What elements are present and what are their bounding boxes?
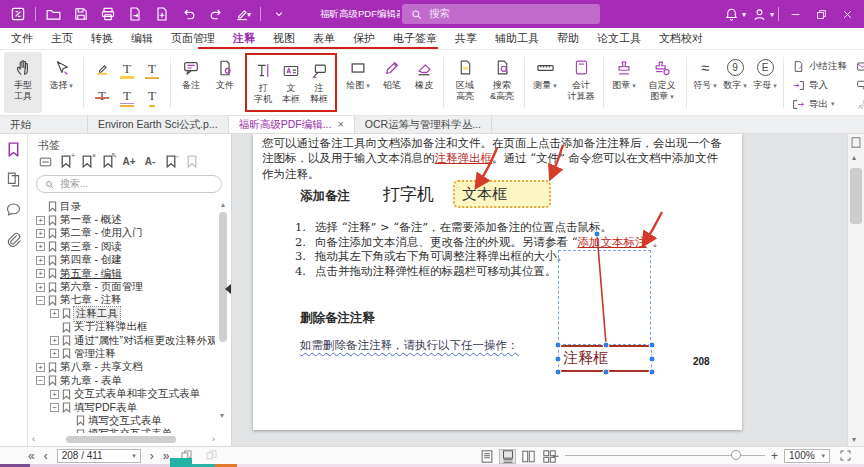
bookmark-label[interactable]: 第六章 - 页面管理 — [60, 280, 143, 294]
page-fit-icon[interactable] — [851, 137, 861, 148]
letter-button[interactable]: E 字母 — [750, 52, 780, 113]
collapse-toggle-icon[interactable]: − — [50, 403, 59, 412]
scroll-left-icon[interactable]: ‹ — [32, 434, 35, 444]
number-button[interactable]: 9 数字 — [720, 52, 750, 113]
bookmark-label[interactable]: 第三章 - 阅读 — [60, 240, 122, 254]
bookmark-item[interactable]: +第五章 - 编辑 — [32, 267, 215, 280]
first-page-icon[interactable]: « — [28, 449, 35, 463]
bookmark-item[interactable]: +第一章 - 概述 — [32, 213, 215, 226]
search-highlight-button[interactable]: 搜索 &高亮 — [483, 52, 521, 113]
expand-bookmarks-icon[interactable]: → — [162, 153, 180, 170]
ribbon-tab-视图[interactable]: 视图 — [264, 28, 304, 49]
ribbon-tab-注释[interactable]: 注释 — [224, 28, 264, 49]
drawing-button[interactable]: 绘图 — [340, 52, 376, 113]
manage-comments-button[interactable]: 管理注释 — [851, 76, 864, 94]
print-icon[interactable] — [95, 3, 120, 25]
insert-text-button[interactable]: T — [141, 85, 163, 108]
accounting-calculator-button[interactable]: 会计 计算器 — [562, 52, 600, 113]
dropdown-caret-icon[interactable]: ▾ — [742, 10, 746, 19]
bookmark-label[interactable]: 填写PDF表单 — [74, 401, 137, 415]
bookmark-label[interactable]: 第五章 - 编辑 — [60, 267, 122, 281]
bookmark-label[interactable]: 注释工具 — [74, 307, 120, 321]
ribbon-tab-电子签章[interactable]: 电子签章 — [384, 28, 446, 49]
callout-handle[interactable] — [603, 369, 610, 376]
next-page-icon[interactable]: › — [150, 449, 154, 463]
continuous-view-icon[interactable] — [499, 449, 516, 464]
bookmarks-panel-icon[interactable] — [5, 141, 22, 158]
document-tab[interactable]: 开始 — [0, 116, 88, 133]
previous-page-icon[interactable]: ‹ — [44, 449, 48, 463]
bookmark-label[interactable]: 第七章 - 注释 — [60, 293, 122, 307]
redo-icon[interactable] — [203, 3, 228, 25]
bookmark-label[interactable]: 第四章 - 创建 — [60, 253, 122, 267]
bookmark-item[interactable]: +第二章 - 使用入门 — [32, 227, 215, 240]
zoom-out-icon[interactable]: − — [552, 449, 559, 463]
reduce-text-icon[interactable]: A- — [141, 153, 159, 170]
textbox-button[interactable]: 文 本框 — [277, 55, 305, 110]
bookmark-item[interactable]: +交互式表单和非交互式表单 — [32, 387, 215, 400]
scrollbar-thumb[interactable] — [219, 212, 227, 342]
bookmark-horizontal-scrollbar[interactable]: ‹› — [32, 434, 215, 445]
ribbon-tab-主页[interactable]: 主页 — [42, 28, 82, 49]
bookmark-label[interactable]: 交互式表单和非交互式表单 — [74, 387, 200, 401]
scrollbar-thumb[interactable] — [66, 436, 176, 443]
expand-toggle-icon[interactable]: + — [36, 283, 45, 292]
popup-note-link[interactable]: 注释弹出框 — [435, 151, 493, 165]
typewriter-annotation-text[interactable]: 打字机 — [383, 183, 434, 206]
select-tool-button[interactable]: 选择 — [42, 52, 80, 113]
single-page-view-icon[interactable] — [478, 449, 495, 464]
measure-button[interactable]: 测量 — [528, 52, 562, 113]
panel-menu-icon[interactable] — [36, 153, 54, 170]
account-icon[interactable] — [747, 3, 772, 25]
scroll-down-icon[interactable]: ▾ — [852, 435, 856, 444]
attach-file-button[interactable]: 文件 — [208, 52, 242, 113]
area-highlight-button[interactable]: 区域 高亮 — [447, 52, 483, 113]
notifications-icon[interactable] — [719, 3, 744, 25]
email-fdf-button[interactable]: 邮件发送FDF — [851, 57, 864, 75]
bookmark-search-input[interactable]: 搜索... — [36, 175, 222, 193]
save-icon[interactable] — [68, 3, 93, 25]
bookmark-item[interactable]: +第四章 - 创建 — [32, 254, 215, 267]
underline-text-button[interactable]: T — [141, 58, 163, 81]
pdf-export-icon[interactable] — [122, 3, 147, 25]
typewriter-button[interactable]: 打 字机 — [249, 55, 277, 110]
callout-selection-rect[interactable] — [558, 250, 651, 345]
callout-handle[interactable] — [555, 369, 562, 376]
note-button[interactable]: 备注 — [174, 52, 208, 113]
bookmark-label[interactable]: 目录 — [60, 200, 81, 214]
expand-toggle-icon[interactable]: + — [50, 309, 59, 318]
dropdown-caret-icon[interactable]: ▾ — [770, 10, 774, 19]
page-number-input[interactable]: 208 / 411▾ — [57, 449, 141, 463]
stamp-button[interactable]: 图章 — [607, 52, 641, 113]
callout-handle[interactable] — [555, 342, 562, 349]
comments-panel-icon[interactable] — [5, 201, 22, 218]
bookmark-label[interactable]: 通过“属性”对话框更改注释外观 — [74, 334, 215, 348]
scroll-right-icon[interactable]: › — [212, 434, 215, 444]
hand-tool-button[interactable]: 手型 工具 — [4, 52, 42, 113]
bookmark-label[interactable]: 关于注释弹出框 — [74, 320, 148, 334]
symbol-button[interactable]: ≈ 符号 — [690, 52, 720, 113]
bookmark-item[interactable]: +第八章 - 共享文档 — [32, 361, 215, 374]
callout-handle[interactable] — [603, 342, 610, 349]
bookmark-label[interactable]: 第九章 - 表单 — [60, 374, 122, 388]
bookmark-item[interactable]: 填写非交互式表单 — [32, 428, 215, 433]
scroll-up-icon[interactable]: ▴ — [221, 200, 225, 209]
minimize-button[interactable] — [783, 3, 808, 25]
bookmark-label[interactable]: 第八章 - 共享文档 — [60, 360, 143, 374]
document-tab[interactable]: OCR运筹与管理科学丛... — [355, 116, 492, 133]
ribbon-tab-编辑[interactable]: 编辑 — [122, 28, 162, 49]
expand-toggle-icon[interactable]: + — [50, 349, 59, 358]
undo-icon[interactable] — [176, 3, 201, 25]
pdf-create-icon[interactable] — [149, 3, 174, 25]
textbox-annotation[interactable]: 文本框 — [453, 180, 551, 208]
expand-toggle-icon[interactable]: + — [36, 363, 45, 372]
export-comments-button[interactable]: 导出 — [787, 95, 851, 113]
highlight-text-button[interactable] — [91, 58, 113, 81]
enlarge-text-icon[interactable]: A+ — [120, 153, 138, 170]
document-tab[interactable]: Environ Earth Sci公式.p... — [88, 116, 229, 133]
global-search-box[interactable]: 搜索 — [402, 4, 600, 24]
ribbon-tab-页面管理[interactable]: 页面管理 — [162, 28, 224, 49]
add-text-callout-link[interactable]: 添加文本标注 — [578, 235, 647, 249]
facing-view-icon[interactable] — [520, 449, 537, 464]
strikeout-text-button[interactable]: T — [91, 85, 113, 108]
